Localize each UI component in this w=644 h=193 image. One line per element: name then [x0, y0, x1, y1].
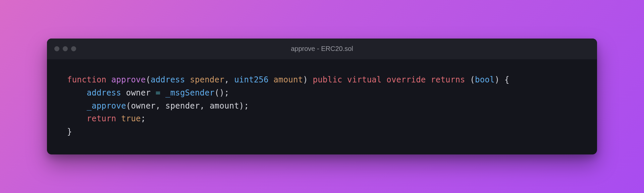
punct-comma: , — [224, 75, 229, 84]
traffic-lights — [54, 46, 76, 51]
brace-close: } — [67, 127, 72, 136]
modifier-public: public — [313, 75, 342, 84]
call-approve: _approve — [87, 101, 126, 111]
punct-comma: , — [200, 101, 210, 111]
window-title: approve - ERC20.sol — [47, 45, 597, 53]
brace-open: { — [499, 75, 509, 84]
function-name: approve — [111, 75, 146, 84]
punct-parens: () — [215, 88, 224, 98]
window-titlebar: approve - ERC20.sol — [47, 39, 597, 59]
punct-close-paren: ) — [239, 101, 244, 111]
punct-semicolon: ; — [141, 114, 146, 123]
punct-open-paren: ( — [146, 75, 151, 84]
maximize-icon[interactable] — [71, 46, 76, 51]
keyword-return: return — [87, 114, 116, 123]
punct-semicolon: ; — [224, 88, 229, 98]
keyword-returns: returns — [431, 75, 465, 84]
editor-window: approve - ERC20.sol function approve(add… — [47, 39, 597, 154]
type-address: address — [87, 88, 121, 98]
arg-amount: amount — [210, 101, 239, 111]
type-bool: bool — [475, 75, 495, 84]
close-icon[interactable] — [54, 46, 59, 51]
indent — [67, 88, 87, 98]
punct-close-paren: ) — [495, 75, 500, 84]
punct-semicolon: ; — [244, 101, 249, 111]
minimize-icon[interactable] — [63, 46, 68, 51]
keyword-function: function — [67, 75, 106, 84]
call-msgSender: _msgSender — [165, 88, 215, 98]
punct-open-paren: ( — [465, 75, 475, 84]
arg-owner: owner — [131, 101, 155, 111]
modifier-override: override — [386, 75, 426, 84]
literal-true: true — [121, 114, 141, 123]
identifier-owner: owner — [126, 88, 151, 98]
indent — [67, 114, 87, 123]
indent — [67, 101, 87, 111]
arg-spender: spender — [165, 101, 200, 111]
operator-assign: = — [151, 88, 165, 98]
code-editor[interactable]: function approve(address spender, uint25… — [47, 59, 597, 154]
param-spender: spender — [190, 75, 224, 84]
modifier-virtual: virtual — [347, 75, 382, 84]
type-address: address — [151, 75, 185, 84]
punct-open-paren: ( — [126, 101, 131, 111]
param-amount: amount — [273, 75, 303, 84]
punct-close-paren: ) — [303, 75, 308, 84]
space — [116, 114, 121, 123]
punct-comma: , — [156, 101, 165, 111]
type-uint256: uint256 — [234, 75, 269, 84]
